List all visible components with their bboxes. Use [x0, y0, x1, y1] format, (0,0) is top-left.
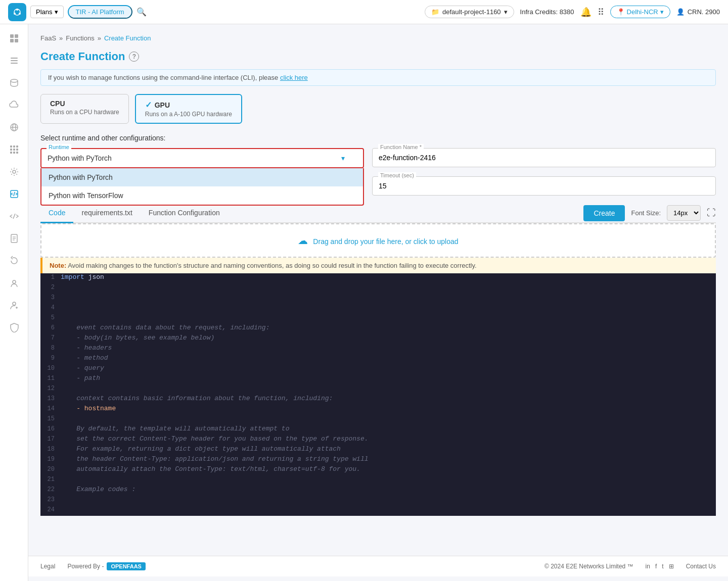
sidebar-item-docs[interactable] — [4, 228, 24, 249]
apps-grid-button[interactable]: ⠿ — [598, 7, 604, 18]
breadcrumb: FaaS » Functions » Create Function — [40, 34, 716, 42]
runtime-value: Python with PyTorch — [48, 154, 112, 162]
timeout-label: Timeout (sec) — [378, 172, 416, 178]
tab-requirements[interactable]: requirements.txt — [73, 204, 140, 223]
svg-rect-11 — [11, 63, 18, 64]
cpu-title: CPU — [50, 100, 119, 108]
code-line-12: 12 — [40, 384, 716, 395]
svg-rect-7 — [10, 39, 14, 42]
runtime-field: Runtime Python with PyTorch ▾ Python wit… — [40, 148, 364, 168]
svg-rect-20 — [13, 149, 15, 151]
svg-rect-24 — [16, 152, 18, 154]
cli-link[interactable]: click here — [280, 74, 308, 81]
contact-link[interactable]: Contact Us — [686, 563, 716, 570]
tab-code[interactable]: Code — [40, 204, 73, 223]
rss-icon[interactable]: ⊞ — [669, 563, 674, 570]
project-label: default-project-1160 — [442, 8, 501, 16]
chevron-down-icon: ▾ — [660, 8, 664, 16]
sidebar-item-dashboard[interactable] — [4, 28, 24, 49]
runtime-dropdown-trigger[interactable]: Python with PyTorch ▾ — [40, 148, 364, 168]
gpu-card[interactable]: ✓ GPU Runs on a A-100 GPU hardware — [135, 94, 242, 124]
check-icon: ✓ — [145, 100, 152, 110]
svg-rect-21 — [16, 149, 18, 151]
chevron-down-icon: ▾ — [504, 8, 508, 16]
code-line-1: 1 import json — [40, 273, 716, 283]
code-line-5: 5 — [40, 314, 716, 324]
top-nav: Plans ▾ TIR - AI Platform 🔍 📁 default-pr… — [0, 0, 728, 24]
code-line-24: 24 — [40, 506, 716, 516]
linkedin-icon[interactable]: in — [646, 563, 650, 570]
runtime-label: Runtime — [47, 144, 71, 150]
sidebar-item-code[interactable] — [4, 184, 24, 204]
breadcrumb-sep1: » — [59, 34, 63, 42]
sidebar — [0, 24, 28, 576]
create-button[interactable]: Create — [583, 205, 625, 221]
location-icon: 📍 — [617, 8, 625, 16]
nav-right: 📁 default-project-1160 ▾ Infra Credits: … — [425, 6, 720, 18]
code-line-13: 13 context contains basic information ab… — [40, 395, 716, 405]
cpu-card[interactable]: CPU Runs on a CPU hardware — [40, 94, 129, 124]
note-prefix: Note: — [50, 262, 66, 269]
code-line-11: 11 - path — [40, 374, 716, 384]
breadcrumb-sep2: » — [98, 34, 101, 42]
code-line-9: 9 - method — [40, 354, 716, 364]
footer-legal[interactable]: Legal — [40, 563, 55, 570]
config-row-1: Runtime Python with PyTorch ▾ Python wit… — [40, 148, 716, 168]
runtime-option-tensorflow[interactable]: Python with TensorFlow — [41, 186, 363, 205]
section-label: Select runtime and other configurations: — [40, 134, 716, 142]
notifications-button[interactable]: 🔔 — [580, 7, 592, 18]
search-button[interactable]: 🔍 — [136, 7, 147, 17]
gpu-title: ✓ GPU — [145, 100, 232, 110]
code-line-22: 22 Example codes : — [40, 486, 716, 496]
timeout-input[interactable] — [372, 176, 716, 196]
code-line-21: 21 — [40, 475, 716, 486]
code-line-3: 3 — [40, 294, 716, 304]
sidebar-item-security[interactable] — [4, 317, 24, 337]
sidebar-item-cloud[interactable] — [4, 95, 24, 115]
copyright-text: © 2024 E2E Networks Limited ™ — [544, 563, 633, 570]
info-banner: If you wish to manage functions using th… — [40, 69, 716, 86]
facebook-icon[interactable]: f — [655, 563, 657, 570]
svg-point-33 — [13, 302, 16, 305]
cpu-subtitle: Runs on a CPU hardware — [50, 109, 119, 116]
breadcrumb-faas[interactable]: FaaS — [40, 34, 56, 42]
svg-point-12 — [11, 79, 18, 82]
sidebar-item-settings[interactable] — [4, 162, 24, 182]
svg-point-32 — [13, 280, 16, 283]
font-size-label: Font Size: — [631, 209, 661, 217]
sidebar-item-monitor[interactable] — [4, 273, 24, 293]
upload-cloud-icon: ☁ — [298, 235, 308, 246]
sidebar-item-refresh[interactable] — [4, 251, 24, 271]
tir-label: TIR - AI Platform — [76, 8, 124, 16]
region-label: Delhi-NCR — [627, 8, 658, 16]
font-size-select[interactable]: 12px 13px 14px 16px 18px — [667, 205, 701, 221]
svg-rect-9 — [11, 58, 18, 59]
project-selector[interactable]: 📁 default-project-1160 ▾ — [425, 6, 514, 18]
svg-rect-22 — [10, 152, 12, 154]
runtime-option-pytorch[interactable]: Python with PyTorch — [41, 168, 363, 186]
code-editor[interactable]: 1 import json 2 3 4 5 6 event contains d… — [40, 273, 716, 516]
user-menu[interactable]: 👤 CRN. 2900 — [676, 8, 720, 16]
code-line-15: 15 — [40, 415, 716, 425]
sidebar-item-grid[interactable] — [4, 139, 24, 160]
sidebar-item-user[interactable] — [4, 295, 24, 315]
sidebar-item-network[interactable] — [4, 117, 24, 137]
function-name-field: Function Name * — [372, 148, 716, 167]
code-line-18: 18 For example, returning a dict object … — [40, 445, 716, 455]
help-icon[interactable]: ? — [129, 52, 139, 62]
plans-button[interactable]: Plans ▾ — [30, 6, 64, 18]
expand-button[interactable]: ⛶ — [707, 208, 716, 218]
function-name-input[interactable] — [372, 148, 716, 167]
sidebar-item-storage[interactable] — [4, 73, 24, 93]
sidebar-item-list[interactable] — [4, 51, 24, 71]
code-line-8: 8 - headers — [40, 344, 716, 354]
upload-area[interactable]: ☁ Drag and drop your file here, or click… — [40, 223, 716, 258]
twitter-icon[interactable]: t — [662, 563, 663, 570]
region-selector[interactable]: 📍 Delhi-NCR ▾ — [610, 6, 670, 18]
sidebar-item-dev[interactable] — [4, 206, 24, 226]
breadcrumb-functions[interactable]: Functions — [66, 34, 94, 42]
powered-by-text: Powered By - — [67, 563, 104, 570]
svg-rect-16 — [10, 146, 12, 148]
tab-function-configuration[interactable]: Function Configuration — [141, 204, 228, 223]
tir-platform-button[interactable]: TIR - AI Platform — [68, 5, 132, 19]
